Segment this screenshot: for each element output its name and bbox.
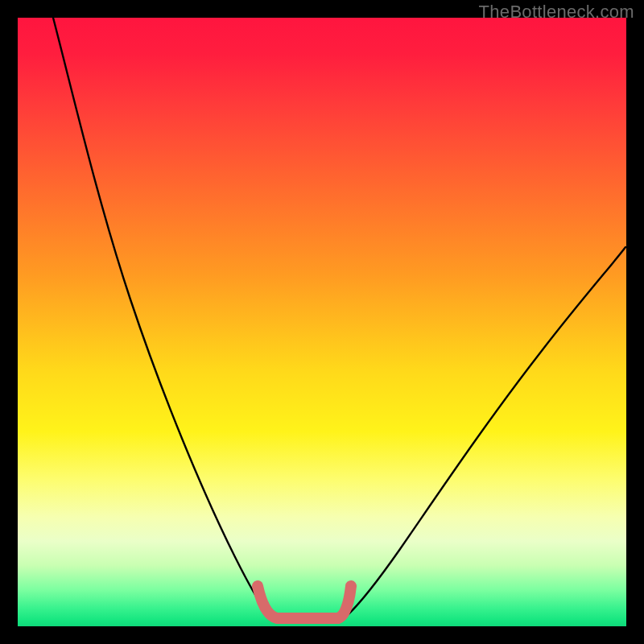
watermark-text: TheBottleneck.com xyxy=(479,2,634,23)
right-curve xyxy=(340,247,625,621)
bottom-bracket xyxy=(258,586,351,618)
gradient-plot-area xyxy=(18,18,626,626)
curve-overlay xyxy=(18,18,626,626)
chart-frame: TheBottleneck.com xyxy=(0,0,644,644)
left-curve xyxy=(53,18,275,621)
